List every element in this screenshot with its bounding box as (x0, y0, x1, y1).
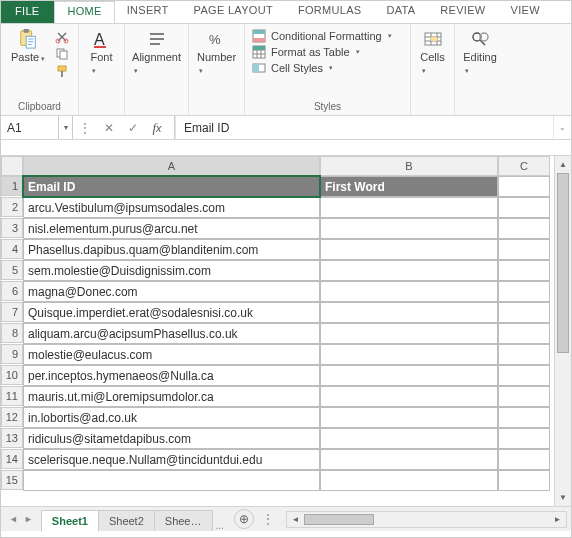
cell[interactable] (320, 197, 498, 218)
row-header[interactable]: 13 (1, 428, 23, 448)
column-header-b[interactable]: B (320, 156, 498, 176)
cell[interactable] (320, 302, 498, 323)
row-header[interactable]: 9 (1, 344, 23, 364)
tab-insert[interactable]: INSERT (115, 1, 182, 23)
sheet-tab-sheet1[interactable]: Sheet1 (41, 510, 99, 532)
row-header[interactable]: 3 (1, 218, 23, 238)
add-sheet-button[interactable]: ⊕ (234, 509, 254, 529)
cell-a1[interactable]: Email ID (23, 176, 320, 197)
cell-c1[interactable] (498, 176, 550, 197)
horizontal-scrollbar[interactable]: ◄ ► (286, 511, 567, 528)
cell[interactable] (320, 239, 498, 260)
name-box-dropdown[interactable]: ▾ (59, 116, 73, 139)
cell[interactable] (498, 281, 550, 302)
cell[interactable] (498, 218, 550, 239)
cell[interactable] (498, 302, 550, 323)
cell[interactable] (320, 428, 498, 449)
tab-formulas[interactable]: FORMULAS (286, 1, 375, 23)
tab-home[interactable]: HOME (54, 1, 114, 23)
row-header[interactable]: 1 (1, 176, 23, 196)
scroll-thumb[interactable] (304, 514, 374, 525)
sheet-nav-next[interactable]: ► (24, 514, 33, 524)
tab-file[interactable]: FILE (1, 1, 54, 23)
column-header-c[interactable]: C (498, 156, 550, 176)
cell[interactable] (498, 239, 550, 260)
cell[interactable] (498, 470, 550, 491)
cell[interactable] (320, 281, 498, 302)
tab-review[interactable]: REVIEW (428, 1, 498, 23)
cell[interactable]: ridiculus@sitametdapibus.com (23, 428, 320, 449)
cell[interactable] (498, 449, 550, 470)
scroll-up-button[interactable]: ▲ (555, 156, 571, 173)
row-header[interactable]: 12 (1, 407, 23, 427)
cell[interactable]: sem.molestie@Duisdignissim.com (23, 260, 320, 281)
cell[interactable] (320, 218, 498, 239)
copy-button[interactable] (53, 47, 71, 61)
cell[interactable] (320, 260, 498, 281)
insert-function-button[interactable]: fx (145, 120, 169, 136)
cell[interactable] (23, 470, 320, 491)
cell[interactable] (498, 386, 550, 407)
cell[interactable] (498, 197, 550, 218)
enter-formula-button[interactable]: ✓ (121, 121, 145, 135)
cell[interactable] (498, 428, 550, 449)
row-header[interactable]: 5 (1, 260, 23, 280)
row-header[interactable]: 14 (1, 449, 23, 469)
cell[interactable]: arcu.Vestibulum@ipsumsodales.com (23, 197, 320, 218)
scroll-left-button[interactable]: ◄ (287, 515, 304, 524)
cell-styles-button[interactable]: Cell Styles▾ (251, 61, 392, 75)
cell[interactable] (498, 365, 550, 386)
cell[interactable] (498, 407, 550, 428)
font-button[interactable]: A Font▾ (86, 27, 116, 77)
row-header[interactable]: 6 (1, 281, 23, 301)
tab-data[interactable]: DATA (374, 1, 428, 23)
cells-button[interactable]: Cells▾ (416, 27, 448, 77)
cell[interactable]: aliquam.arcu@acipsumPhasellus.co.uk (23, 323, 320, 344)
cell[interactable] (320, 386, 498, 407)
cell[interactable]: scelerisque.neque.Nullam@tinciduntdui.ed… (23, 449, 320, 470)
cell[interactable]: per.inceptos.hymenaeos@Nulla.ca (23, 365, 320, 386)
column-header-a[interactable]: A (23, 156, 320, 176)
cell[interactable] (498, 260, 550, 281)
row-header[interactable]: 15 (1, 470, 23, 490)
formula-dots[interactable]: ⋮ (73, 121, 97, 135)
cell[interactable]: nisl.elementum.purus@arcu.net (23, 218, 320, 239)
name-box[interactable]: A1 (1, 116, 59, 139)
format-as-table-button[interactable]: Format as Table▾ (251, 45, 392, 59)
cell[interactable]: Phasellus.dapibus.quam@blanditenim.com (23, 239, 320, 260)
cell[interactable] (320, 407, 498, 428)
alignment-button[interactable]: Alignment▾ (128, 27, 185, 77)
sheet-tab-sheet2[interactable]: Sheet2 (98, 510, 155, 531)
editing-button[interactable]: Editing▾ (459, 27, 501, 77)
format-painter-button[interactable] (53, 64, 71, 78)
sheet-tab-sheet3[interactable]: Shee… (154, 510, 213, 531)
cell[interactable] (498, 344, 550, 365)
cell[interactable]: magna@Donec.com (23, 281, 320, 302)
cell[interactable]: Quisque.imperdiet.erat@sodalesnisi.co.uk (23, 302, 320, 323)
cell[interactable] (320, 344, 498, 365)
row-header[interactable]: 4 (1, 239, 23, 259)
conditional-formatting-button[interactable]: Conditional Formatting▾ (251, 29, 392, 43)
cell[interactable] (320, 323, 498, 344)
scroll-thumb[interactable] (557, 173, 569, 353)
row-header[interactable]: 7 (1, 302, 23, 322)
cancel-formula-button[interactable]: ✕ (97, 121, 121, 135)
sheet-nav-prev[interactable]: ◄ (9, 514, 18, 524)
cell[interactable]: mauris.ut.mi@Loremipsumdolor.ca (23, 386, 320, 407)
scroll-right-button[interactable]: ► (549, 515, 566, 524)
select-all-corner[interactable] (1, 156, 23, 176)
row-header[interactable]: 8 (1, 323, 23, 343)
cell[interactable] (320, 449, 498, 470)
cut-button[interactable] (53, 30, 71, 44)
cell-b1[interactable]: First Word (320, 176, 498, 197)
row-header[interactable]: 2 (1, 197, 23, 217)
cell[interactable]: in.lobortis@ad.co.uk (23, 407, 320, 428)
cell[interactable] (320, 365, 498, 386)
row-header[interactable]: 11 (1, 386, 23, 406)
scroll-down-button[interactable]: ▼ (555, 489, 571, 506)
tab-view[interactable]: VIEW (499, 1, 553, 23)
cell[interactable]: molestie@eulacus.com (23, 344, 320, 365)
row-header[interactable]: 10 (1, 365, 23, 385)
tab-page-layout[interactable]: PAGE LAYOUT (182, 1, 286, 23)
paste-button[interactable]: Paste▾ (7, 27, 49, 65)
